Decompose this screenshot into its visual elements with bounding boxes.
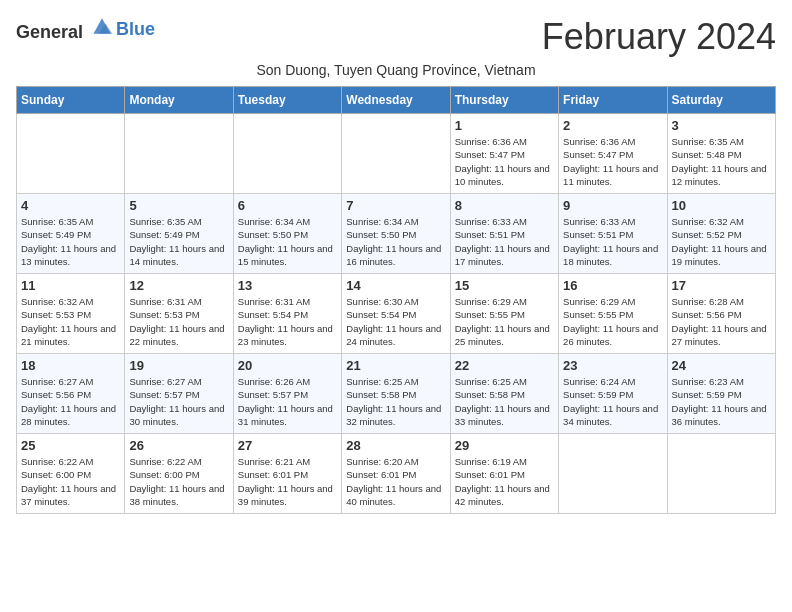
calendar-week-1: 1Sunrise: 6:36 AMSunset: 5:47 PMDaylight… — [17, 114, 776, 194]
cell-info: Sunrise: 6:28 AMSunset: 5:56 PMDaylight:… — [672, 295, 771, 348]
cell-info: Sunrise: 6:22 AMSunset: 6:00 PMDaylight:… — [21, 455, 120, 508]
month-title: February 2024 — [542, 16, 776, 58]
calendar-cell: 3Sunrise: 6:35 AMSunset: 5:48 PMDaylight… — [667, 114, 775, 194]
calendar-cell: 5Sunrise: 6:35 AMSunset: 5:49 PMDaylight… — [125, 194, 233, 274]
calendar-cell: 14Sunrise: 6:30 AMSunset: 5:54 PMDayligh… — [342, 274, 450, 354]
cell-info: Sunrise: 6:29 AMSunset: 5:55 PMDaylight:… — [455, 295, 554, 348]
day-number: 21 — [346, 358, 445, 373]
cell-info: Sunrise: 6:25 AMSunset: 5:58 PMDaylight:… — [346, 375, 445, 428]
calendar-cell: 20Sunrise: 6:26 AMSunset: 5:57 PMDayligh… — [233, 354, 341, 434]
day-number: 23 — [563, 358, 662, 373]
calendar-cell — [559, 434, 667, 514]
cell-info: Sunrise: 6:31 AMSunset: 5:53 PMDaylight:… — [129, 295, 228, 348]
calendar-cell: 17Sunrise: 6:28 AMSunset: 5:56 PMDayligh… — [667, 274, 775, 354]
calendar-cell: 6Sunrise: 6:34 AMSunset: 5:50 PMDaylight… — [233, 194, 341, 274]
cell-info: Sunrise: 6:29 AMSunset: 5:55 PMDaylight:… — [563, 295, 662, 348]
cell-info: Sunrise: 6:24 AMSunset: 5:59 PMDaylight:… — [563, 375, 662, 428]
cell-info: Sunrise: 6:35 AMSunset: 5:48 PMDaylight:… — [672, 135, 771, 188]
day-number: 4 — [21, 198, 120, 213]
day-number: 2 — [563, 118, 662, 133]
cell-info: Sunrise: 6:33 AMSunset: 5:51 PMDaylight:… — [455, 215, 554, 268]
day-number: 14 — [346, 278, 445, 293]
day-number: 7 — [346, 198, 445, 213]
day-number: 12 — [129, 278, 228, 293]
calendar-cell: 27Sunrise: 6:21 AMSunset: 6:01 PMDayligh… — [233, 434, 341, 514]
calendar-cell: 9Sunrise: 6:33 AMSunset: 5:51 PMDaylight… — [559, 194, 667, 274]
cell-info: Sunrise: 6:22 AMSunset: 6:00 PMDaylight:… — [129, 455, 228, 508]
cell-info: Sunrise: 6:34 AMSunset: 5:50 PMDaylight:… — [346, 215, 445, 268]
day-number: 27 — [238, 438, 337, 453]
day-number: 1 — [455, 118, 554, 133]
calendar-cell — [17, 114, 125, 194]
day-number: 5 — [129, 198, 228, 213]
calendar-cell: 2Sunrise: 6:36 AMSunset: 5:47 PMDaylight… — [559, 114, 667, 194]
day-number: 26 — [129, 438, 228, 453]
calendar-week-5: 25Sunrise: 6:22 AMSunset: 6:00 PMDayligh… — [17, 434, 776, 514]
calendar-cell: 26Sunrise: 6:22 AMSunset: 6:00 PMDayligh… — [125, 434, 233, 514]
calendar-cell: 7Sunrise: 6:34 AMSunset: 5:50 PMDaylight… — [342, 194, 450, 274]
calendar-cell: 1Sunrise: 6:36 AMSunset: 5:47 PMDaylight… — [450, 114, 558, 194]
calendar-cell: 23Sunrise: 6:24 AMSunset: 5:59 PMDayligh… — [559, 354, 667, 434]
location: Son Duong, Tuyen Quang Province, Vietnam — [16, 62, 776, 78]
day-number: 3 — [672, 118, 771, 133]
cell-info: Sunrise: 6:26 AMSunset: 5:57 PMDaylight:… — [238, 375, 337, 428]
day-number: 20 — [238, 358, 337, 373]
calendar-cell: 12Sunrise: 6:31 AMSunset: 5:53 PMDayligh… — [125, 274, 233, 354]
day-number: 25 — [21, 438, 120, 453]
header-wednesday: Wednesday — [342, 87, 450, 114]
calendar-cell: 21Sunrise: 6:25 AMSunset: 5:58 PMDayligh… — [342, 354, 450, 434]
cell-info: Sunrise: 6:32 AMSunset: 5:53 PMDaylight:… — [21, 295, 120, 348]
cell-info: Sunrise: 6:34 AMSunset: 5:50 PMDaylight:… — [238, 215, 337, 268]
day-number: 13 — [238, 278, 337, 293]
calendar-cell: 24Sunrise: 6:23 AMSunset: 5:59 PMDayligh… — [667, 354, 775, 434]
cell-info: Sunrise: 6:25 AMSunset: 5:58 PMDaylight:… — [455, 375, 554, 428]
cell-info: Sunrise: 6:19 AMSunset: 6:01 PMDaylight:… — [455, 455, 554, 508]
cell-info: Sunrise: 6:21 AMSunset: 6:01 PMDaylight:… — [238, 455, 337, 508]
logo-blue: Blue — [116, 19, 155, 39]
calendar-week-2: 4Sunrise: 6:35 AMSunset: 5:49 PMDaylight… — [17, 194, 776, 274]
cell-info: Sunrise: 6:32 AMSunset: 5:52 PMDaylight:… — [672, 215, 771, 268]
cell-info: Sunrise: 6:35 AMSunset: 5:49 PMDaylight:… — [21, 215, 120, 268]
calendar-cell — [342, 114, 450, 194]
cell-info: Sunrise: 6:36 AMSunset: 5:47 PMDaylight:… — [455, 135, 554, 188]
day-number: 19 — [129, 358, 228, 373]
calendar-cell: 28Sunrise: 6:20 AMSunset: 6:01 PMDayligh… — [342, 434, 450, 514]
calendar-cell — [233, 114, 341, 194]
cell-info: Sunrise: 6:33 AMSunset: 5:51 PMDaylight:… — [563, 215, 662, 268]
day-number: 28 — [346, 438, 445, 453]
header-thursday: Thursday — [450, 87, 558, 114]
calendar-table: SundayMondayTuesdayWednesdayThursdayFrid… — [16, 86, 776, 514]
day-number: 10 — [672, 198, 771, 213]
calendar-cell: 22Sunrise: 6:25 AMSunset: 5:58 PMDayligh… — [450, 354, 558, 434]
cell-info: Sunrise: 6:31 AMSunset: 5:54 PMDaylight:… — [238, 295, 337, 348]
cell-info: Sunrise: 6:36 AMSunset: 5:47 PMDaylight:… — [563, 135, 662, 188]
day-number: 11 — [21, 278, 120, 293]
calendar-cell: 19Sunrise: 6:27 AMSunset: 5:57 PMDayligh… — [125, 354, 233, 434]
cell-info: Sunrise: 6:23 AMSunset: 5:59 PMDaylight:… — [672, 375, 771, 428]
cell-info: Sunrise: 6:35 AMSunset: 5:49 PMDaylight:… — [129, 215, 228, 268]
header-monday: Monday — [125, 87, 233, 114]
calendar-cell: 8Sunrise: 6:33 AMSunset: 5:51 PMDaylight… — [450, 194, 558, 274]
header-sunday: Sunday — [17, 87, 125, 114]
cell-info: Sunrise: 6:27 AMSunset: 5:57 PMDaylight:… — [129, 375, 228, 428]
day-number: 29 — [455, 438, 554, 453]
calendar-cell: 25Sunrise: 6:22 AMSunset: 6:00 PMDayligh… — [17, 434, 125, 514]
day-number: 18 — [21, 358, 120, 373]
calendar-cell: 4Sunrise: 6:35 AMSunset: 5:49 PMDaylight… — [17, 194, 125, 274]
cell-info: Sunrise: 6:27 AMSunset: 5:56 PMDaylight:… — [21, 375, 120, 428]
cell-info: Sunrise: 6:30 AMSunset: 5:54 PMDaylight:… — [346, 295, 445, 348]
day-number: 9 — [563, 198, 662, 213]
calendar-week-3: 11Sunrise: 6:32 AMSunset: 5:53 PMDayligh… — [17, 274, 776, 354]
calendar-cell: 29Sunrise: 6:19 AMSunset: 6:01 PMDayligh… — [450, 434, 558, 514]
calendar-cell: 16Sunrise: 6:29 AMSunset: 5:55 PMDayligh… — [559, 274, 667, 354]
calendar-cell — [125, 114, 233, 194]
day-number: 6 — [238, 198, 337, 213]
calendar-cell: 18Sunrise: 6:27 AMSunset: 5:56 PMDayligh… — [17, 354, 125, 434]
day-number: 24 — [672, 358, 771, 373]
day-number: 16 — [563, 278, 662, 293]
header-saturday: Saturday — [667, 87, 775, 114]
day-number: 22 — [455, 358, 554, 373]
calendar-cell — [667, 434, 775, 514]
calendar-week-4: 18Sunrise: 6:27 AMSunset: 5:56 PMDayligh… — [17, 354, 776, 434]
logo: General Blue — [16, 16, 155, 43]
